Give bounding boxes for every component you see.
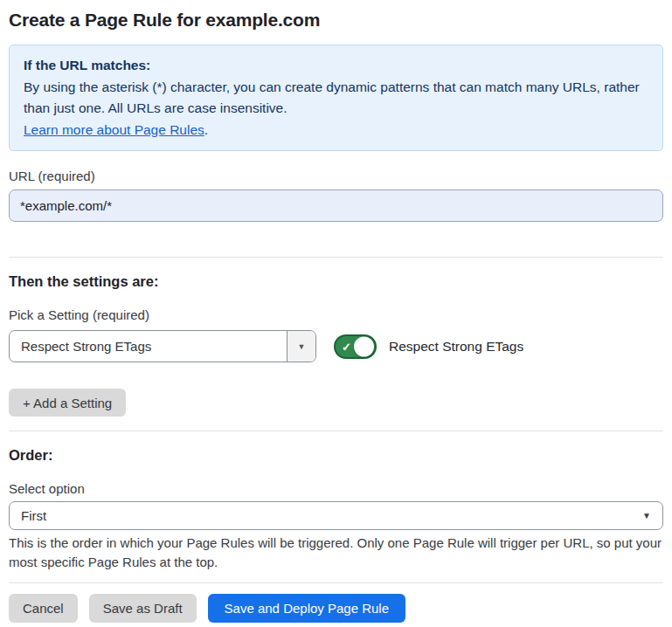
setting-select-value: Respect Strong ETags — [10, 331, 287, 362]
page-title: Create a Page Rule for example.com — [9, 0, 663, 31]
learn-more-link[interactable]: Learn more about Page Rules — [24, 122, 204, 137]
chevron-down-icon: ▼ — [642, 502, 662, 529]
save-draft-button[interactable]: Save as Draft — [89, 594, 197, 623]
respect-strong-etags-toggle[interactable]: ✓ — [334, 334, 377, 359]
url-matches-info-box: If the URL matches: By using the asteris… — [9, 45, 663, 151]
toggle-knob — [354, 336, 374, 356]
cancel-button[interactable]: Cancel — [9, 594, 78, 623]
divider — [9, 431, 663, 431]
pick-setting-label: Pick a Setting (required) — [9, 307, 663, 322]
url-label: URL (required) — [9, 169, 663, 183]
order-select[interactable]: First ▼ — [9, 501, 663, 530]
setting-row: Respect Strong ETags ▼ ✓ Respect Strong … — [9, 330, 663, 362]
info-box-body: By using the asterisk (*) character, you… — [24, 77, 648, 120]
toggle-label: Respect Strong ETags — [389, 339, 523, 355]
chevron-down-icon[interactable]: ▼ — [287, 331, 315, 362]
setting-select[interactable]: Respect Strong ETags ▼ — [9, 330, 316, 362]
divider — [9, 582, 663, 583]
check-icon: ✓ — [342, 341, 351, 352]
order-heading: Order: — [9, 447, 663, 464]
order-help-text: This is the order in which your Page Rul… — [9, 534, 663, 572]
select-option-label: Select option — [9, 481, 663, 496]
link-suffix: . — [204, 122, 208, 137]
divider — [9, 257, 663, 258]
info-box-heading: If the URL matches: — [24, 55, 648, 77]
info-box-link-line: Learn more about Page Rules. — [24, 120, 648, 141]
add-setting-button[interactable]: + Add a Setting — [9, 389, 126, 417]
url-input[interactable] — [9, 189, 663, 222]
settings-heading: Then the settings are: — [9, 273, 663, 290]
footer-actions: Cancel Save as Draft Save and Deploy Pag… — [9, 594, 663, 623]
save-deploy-button[interactable]: Save and Deploy Page Rule — [208, 594, 405, 623]
order-select-value: First — [10, 502, 642, 529]
